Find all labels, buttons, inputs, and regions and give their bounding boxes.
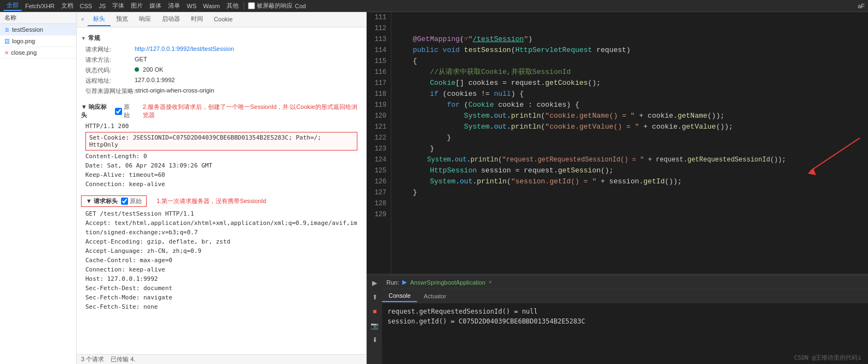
ln-122: 122 <box>371 132 386 143</box>
c124-end: ()); <box>770 154 786 165</box>
filter-media[interactable]: 媒体 <box>146 1 165 10</box>
filter-all[interactable]: 全部 <box>3 1 22 11</box>
c119-type: Cookie <box>468 100 494 111</box>
c120-str: "cookie.getName() = " <box>545 111 635 122</box>
tab-timing[interactable]: 时间 <box>186 13 209 26</box>
console-line-2: session.getId() = C075D2D04039CBE6BBD013… <box>387 316 863 326</box>
file-name-testsession: testSession <box>12 26 43 33</box>
run-bar: Run: ▶ AnswrSpringbootApplication × <box>382 276 868 289</box>
resp-headers-title[interactable]: ▼ 响应标头 <box>81 103 112 119</box>
c125-m: getSession <box>558 165 600 176</box>
tab-cookie[interactable]: Cookie <box>209 14 238 26</box>
c124-sys: System <box>427 154 451 165</box>
ln-129: 129 <box>371 209 386 220</box>
tab-preview[interactable]: 预览 <box>111 13 134 26</box>
file-item-testsession[interactable]: 🗎 testSession <box>0 24 76 36</box>
stop-icon[interactable]: ■ <box>369 305 381 317</box>
transferred-size: 已传输 4. <box>111 355 135 363</box>
code-line-124: System.out.println("request.getRequested… <box>396 154 868 165</box>
code-line-125: HttpSession session = request.getSession… <box>396 165 868 176</box>
c124-p2: + request. <box>644 154 687 165</box>
requests-count: 3 个请求 <box>81 355 104 363</box>
c117-method: getCookies <box>545 78 588 89</box>
run-icon[interactable]: ▶ <box>369 277 381 289</box>
filter-doc[interactable]: 文档 <box>58 1 77 10</box>
filter-wasm[interactable]: Wasm <box>200 2 223 10</box>
req-annotation: 1.第一次请求服务器，没有携带SessionId <box>157 197 266 205</box>
tab-response[interactable]: 响应 <box>134 13 157 26</box>
c119-rest: cookie : cookies) { <box>494 100 579 111</box>
run-close-btn[interactable]: × <box>489 279 492 285</box>
req-headers-title[interactable]: ▼ 请求标头 <box>86 197 118 205</box>
c124-m2: getRequestedSessionId <box>687 154 770 165</box>
resp-raw-checkbox[interactable] <box>115 108 122 115</box>
left-inner: 名称 🗎 testSession 🖼 logo.png ✕ close.png <box>0 12 366 364</box>
resp-raw-checkbox-label[interactable]: 原始 <box>115 103 135 119</box>
req-raw-checkbox-label[interactable]: 原始 <box>121 197 142 205</box>
filter-other[interactable]: 其他 <box>223 1 242 10</box>
tab-close-btn[interactable]: × <box>81 16 84 22</box>
ln-114: 114 <box>371 45 386 56</box>
c120-println: println <box>511 111 541 122</box>
filter-img[interactable]: 图片 <box>128 1 146 10</box>
filter-js[interactable]: JS <box>95 2 109 10</box>
c126-dot2: . <box>472 176 477 187</box>
c114-pub: public <box>413 45 443 56</box>
c118-if: if <box>430 89 442 100</box>
ln-119: 119 <box>371 100 386 111</box>
c122: } <box>396 132 451 143</box>
c121-sys: System <box>464 122 490 132</box>
ln-125: 125 <box>371 165 386 176</box>
filter-css[interactable]: CSS <box>77 2 96 10</box>
file-item-logo[interactable]: 🖼 logo.png <box>0 36 76 47</box>
console-tab-actuator[interactable]: Actuator <box>417 291 453 302</box>
up-icon[interactable]: ⬆ <box>369 291 381 303</box>
c120-dot: . <box>490 111 494 122</box>
tab-headers[interactable]: 标头 <box>88 13 111 26</box>
c120-out: out <box>494 111 506 122</box>
camera-icon[interactable]: 📷 <box>369 320 381 332</box>
toolbar-extra: Cod <box>295 3 306 9</box>
c126-sys: System <box>430 176 455 187</box>
req-line-connection: Connection: keep-alive <box>81 265 362 274</box>
c116-comment: //从请求中获取Cookie,并获取SessionId <box>396 67 571 78</box>
status-label: 状态代码: <box>85 66 135 74</box>
file-item-close[interactable]: ✕ close.png <box>0 47 76 59</box>
blocked-checkbox[interactable] <box>248 2 255 9</box>
toolbar-separator <box>244 2 244 10</box>
req-line-language: Accept-Language: zh-CN, zh;q=0.9 <box>81 246 362 256</box>
c127: } <box>396 187 417 198</box>
c117-semi: (); <box>588 78 600 89</box>
filter-fetch-xhr[interactable]: Fetch/XHR <box>22 2 58 10</box>
code-area: 111 112 113 114 115 116 117 118 119 120 … <box>367 12 868 274</box>
tab-initiator[interactable]: 启动器 <box>157 13 186 26</box>
code-line-122: } <box>396 132 868 143</box>
left-panel: 名称 🗎 testSession 🖼 logo.png ✕ close.png <box>0 12 367 364</box>
code-line-129 <box>396 209 868 220</box>
run-app-name: AnswrSpringbootApplication <box>410 279 485 286</box>
line-numbers: 111 112 113 114 115 116 117 118 119 120 … <box>367 12 391 274</box>
referrer-label: 引荐来源网址策略: <box>85 87 135 95</box>
filter-font[interactable]: 字体 <box>109 1 128 10</box>
c124-str: "request.getRequestedSessionId() = " <box>502 154 644 165</box>
c121-p2: + cookie. <box>639 122 682 132</box>
c125-type: HttpSession <box>430 165 477 176</box>
code-line-120: System.out.println("cookie.getName() = "… <box>396 111 868 122</box>
req-raw-checkbox[interactable] <box>121 198 128 205</box>
blocked-checkbox-label[interactable]: 被屏蔽的响应 <box>248 2 293 10</box>
url-value: http://127.0.0.1:9992/test/testSession <box>135 45 234 54</box>
file-name-close: close.png <box>11 49 37 56</box>
c126-p2: + session. <box>597 176 644 187</box>
run-label: Run: <box>386 279 399 286</box>
console-tab-console[interactable]: Console <box>382 290 417 302</box>
filter-manifest[interactable]: 清单 <box>165 1 183 10</box>
referrer-value: strict-origin-when-cross-origin <box>135 87 214 95</box>
ln-127: 127 <box>371 187 386 198</box>
c121-ind <box>396 122 464 132</box>
down-icon[interactable]: ⬇ <box>369 334 381 346</box>
general-section-title[interactable]: ▼ 常规 <box>81 32 362 44</box>
ln-124: 124 <box>371 154 386 165</box>
ln-126: 126 <box>371 176 386 187</box>
resp-header-connection: Connection: keep-alive <box>81 180 362 189</box>
filter-ws[interactable]: WS <box>183 2 200 10</box>
